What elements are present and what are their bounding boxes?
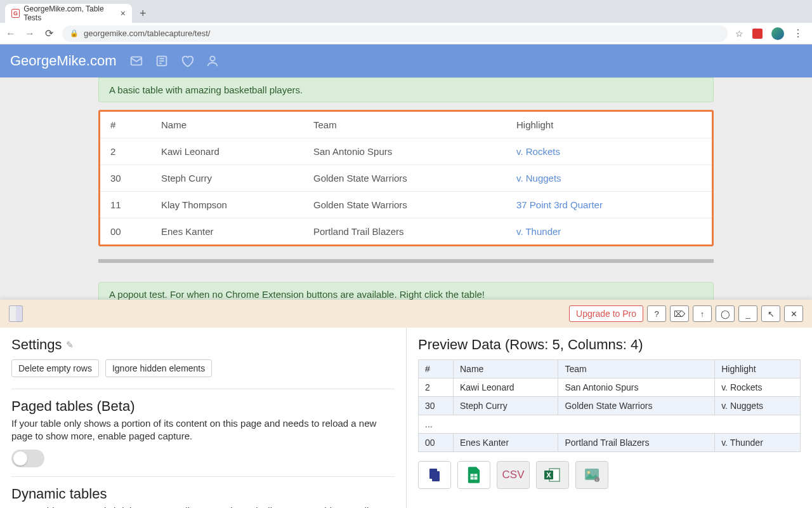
separator bbox=[11, 389, 395, 389]
browser-toolbar: ← → ⟳ 🔒 georgemike.com/tablecapture/test… bbox=[0, 23, 812, 44]
extension-toolbar: Upgrade to Pro ? ⌦ ↑ ◯ _ ↖ ✕ bbox=[0, 300, 812, 328]
forward-button: → bbox=[24, 28, 36, 39]
paged-tables-desc: If your table only shows a portion of it… bbox=[11, 417, 395, 443]
site-title[interactable]: GeorgeMike.com bbox=[10, 53, 117, 69]
back-button[interactable]: ← bbox=[5, 28, 16, 39]
preview-row: 30Steph CurryGolden State Warriorsv. Nug… bbox=[419, 397, 801, 415]
copy-button[interactable] bbox=[418, 461, 451, 489]
up-arrow-button[interactable]: ↑ bbox=[693, 305, 712, 322]
table-row: 00Enes KanterPortland Trail Blazersv. Th… bbox=[100, 218, 712, 245]
tab-close-icon[interactable]: × bbox=[121, 8, 126, 18]
minimize-button[interactable]: _ bbox=[738, 305, 757, 322]
erase-button[interactable]: ⌦ bbox=[670, 305, 689, 322]
extension-logo-icon[interactable] bbox=[9, 305, 23, 322]
preview-col-name: Name bbox=[454, 360, 558, 378]
paged-capture-toggle[interactable] bbox=[11, 450, 44, 467]
help-button[interactable]: ? bbox=[647, 305, 666, 322]
preview-row: 2Kawi LeonardSan Antonio Spursv. Rockets bbox=[419, 378, 801, 397]
highlight-link[interactable]: v. Nuggets bbox=[516, 173, 561, 184]
reload-button[interactable]: ⟳ bbox=[43, 27, 55, 39]
user-icon[interactable] bbox=[206, 54, 219, 68]
banner-basic-table: A basic table with amazing basketball pl… bbox=[98, 77, 714, 102]
page-content: A basic table with amazing basketball pl… bbox=[0, 77, 812, 300]
close-button[interactable]: ✕ bbox=[784, 305, 803, 322]
star-icon[interactable]: ☆ bbox=[735, 29, 743, 39]
ignore-hidden-elements-button[interactable]: Ignore hidden elements bbox=[105, 359, 212, 377]
col-highlight: Highlight bbox=[506, 112, 712, 138]
dynamic-tables-title: Dynamic tables bbox=[11, 486, 395, 502]
settings-pane: Settings ✎ Delete empty rows Ignore hidd… bbox=[0, 328, 406, 508]
preview-row: 00Enes KanterPortland Trail Blazersv. Th… bbox=[419, 434, 801, 452]
address-bar[interactable]: 🔒 georgemike.com/tablecapture/test/ bbox=[62, 25, 728, 42]
circle-button[interactable]: ◯ bbox=[716, 305, 735, 322]
table-row: 11Klay ThompsonGolden State Warriors37 P… bbox=[100, 192, 712, 218]
col-team: Team bbox=[303, 112, 506, 138]
lock-icon: 🔒 bbox=[70, 29, 79, 37]
banner-popout-test: A popout test. For when no Chrome Extens… bbox=[98, 282, 714, 300]
table-header-row: # Name Team Highlight bbox=[100, 112, 712, 138]
col-num: # bbox=[100, 112, 151, 138]
svg-text:X: X bbox=[546, 471, 551, 479]
menu-icon[interactable]: ⋮ bbox=[793, 27, 803, 39]
svg-point-15 bbox=[587, 471, 590, 474]
section-divider bbox=[98, 259, 714, 263]
profile-avatar[interactable] bbox=[771, 27, 784, 40]
preview-title: Preview Data (Rows: 5, Columns: 4) bbox=[418, 337, 801, 353]
image-export-button[interactable]: ↓ bbox=[575, 461, 608, 489]
players-table: # Name Team Highlight 2Kawi LeonardSan A… bbox=[100, 112, 712, 244]
svg-point-5 bbox=[210, 57, 214, 61]
extension-panel: Upgrade to Pro ? ⌦ ↑ ◯ _ ↖ ✕ Settings ✎ … bbox=[0, 300, 812, 508]
table-row: 30Steph CurryGolden State Warriorsv. Nug… bbox=[100, 165, 712, 192]
table-row: 2Kawi LeonardSan Antonio Spursv. Rockets bbox=[100, 138, 712, 165]
highlight-link[interactable]: v. Rockets bbox=[516, 146, 560, 157]
preview-col-highlight: Highlight bbox=[715, 360, 801, 378]
site-nav-icons bbox=[129, 54, 219, 68]
dynamic-tables-desc: Some tables grow and shrink as you scrol… bbox=[11, 505, 395, 509]
preview-row-ellipsis: ... bbox=[419, 415, 801, 434]
excel-export-button[interactable]: X bbox=[536, 461, 569, 489]
new-tab-button[interactable]: + bbox=[137, 7, 149, 20]
highlighted-table: # Name Team Highlight 2Kawi LeonardSan A… bbox=[98, 110, 714, 246]
toolbar-right: ☆ ⋮ bbox=[735, 27, 807, 40]
col-name: Name bbox=[151, 112, 303, 138]
upgrade-button[interactable]: Upgrade to Pro bbox=[569, 305, 643, 322]
favicon: G bbox=[11, 9, 20, 18]
separator bbox=[11, 476, 395, 477]
csv-export-button[interactable]: CSV bbox=[497, 461, 530, 489]
preview-table: # Name Team Highlight 2Kawi LeonardSan A… bbox=[418, 359, 801, 452]
preview-pane: Preview Data (Rows: 5, Columns: 4) # Nam… bbox=[406, 328, 812, 508]
export-buttons: CSV X ↓ bbox=[418, 461, 801, 489]
preview-col-num: # bbox=[419, 360, 454, 378]
tab-title: GeorgeMike.com, Table Tests bbox=[23, 4, 117, 22]
delete-empty-rows-button[interactable]: Delete empty rows bbox=[11, 359, 99, 377]
preview-col-team: Team bbox=[558, 360, 715, 378]
paged-tables-title: Paged tables (Beta) bbox=[11, 398, 395, 415]
extension-icon[interactable] bbox=[752, 29, 763, 39]
browser-chrome: G GeorgeMike.com, Table Tests × + ← → ⟳ … bbox=[0, 0, 812, 44]
url-text: georgemike.com/tablecapture/test/ bbox=[84, 29, 210, 38]
mail-icon[interactable] bbox=[129, 54, 143, 68]
site-header: GeorgeMike.com bbox=[0, 44, 812, 77]
settings-title: Settings ✎ bbox=[11, 337, 395, 353]
highlight-link[interactable]: 37 Point 3rd Quarter bbox=[516, 199, 603, 210]
highlight-link[interactable]: v. Thunder bbox=[516, 226, 561, 237]
tab-bar: G GeorgeMike.com, Table Tests × + bbox=[0, 0, 812, 23]
svg-text:↓: ↓ bbox=[596, 478, 598, 482]
popout-button[interactable]: ↖ bbox=[761, 305, 780, 322]
edit-icon[interactable]: ✎ bbox=[66, 340, 74, 350]
svg-rect-7 bbox=[432, 471, 440, 481]
google-sheets-button[interactable] bbox=[457, 461, 490, 489]
news-icon[interactable] bbox=[155, 54, 169, 68]
heart-icon[interactable] bbox=[180, 54, 194, 68]
browser-tab[interactable]: G GeorgeMike.com, Table Tests × bbox=[5, 4, 132, 23]
